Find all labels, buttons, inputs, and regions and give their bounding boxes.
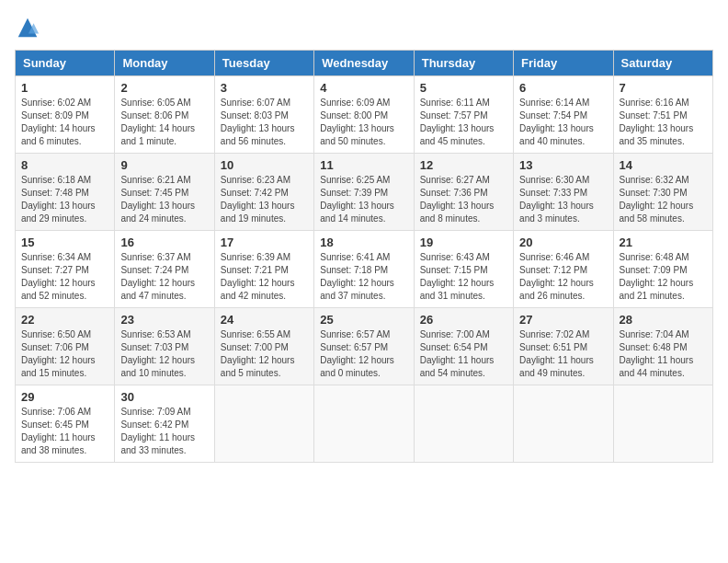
- day-number: 7: [620, 81, 707, 95]
- day-info: Sunrise: 6:43 AMSunset: 7:15 PMDaylight:…: [420, 251, 507, 303]
- day-info: Sunrise: 6:07 AMSunset: 8:03 PMDaylight:…: [221, 97, 308, 148]
- calendar-cell: [314, 385, 414, 463]
- calendar-week-4: 22 Sunrise: 6:50 AMSunset: 7:06 PMDaylig…: [16, 308, 713, 385]
- day-info: Sunrise: 7:06 AMSunset: 6:45 PMDaylight:…: [21, 406, 108, 457]
- calendar-cell: 5 Sunrise: 6:11 AMSunset: 7:57 PMDayligh…: [414, 76, 513, 154]
- calendar-cell: 13 Sunrise: 6:30 AMSunset: 7:33 PMDaylig…: [514, 154, 613, 231]
- day-info: Sunrise: 6:30 AMSunset: 7:33 PMDaylight:…: [519, 174, 607, 225]
- day-number: 9: [120, 158, 208, 172]
- day-header-sunday: Sunday: [16, 51, 115, 76]
- calendar-week-1: 1 Sunrise: 6:02 AMSunset: 8:09 PMDayligh…: [16, 76, 713, 154]
- day-number: 6: [519, 81, 607, 95]
- day-info: Sunrise: 6:37 AMSunset: 7:24 PMDaylight:…: [120, 251, 208, 303]
- calendar-cell: [613, 385, 712, 463]
- day-header-friday: Friday: [514, 51, 613, 76]
- day-info: Sunrise: 6:18 AMSunset: 7:48 PMDaylight:…: [21, 174, 108, 225]
- logo: [15, 15, 44, 40]
- day-info: Sunrise: 6:34 AMSunset: 7:27 PMDaylight:…: [21, 251, 108, 303]
- calendar-cell: 16 Sunrise: 6:37 AMSunset: 7:24 PMDaylig…: [115, 231, 214, 308]
- day-number: 13: [519, 158, 607, 172]
- calendar-cell: 9 Sunrise: 6:21 AMSunset: 7:45 PMDayligh…: [115, 154, 214, 231]
- calendar-cell: 23 Sunrise: 6:53 AMSunset: 7:03 PMDaylig…: [115, 308, 214, 385]
- calendar-cell: 22 Sunrise: 6:50 AMSunset: 7:06 PMDaylig…: [16, 308, 115, 385]
- calendar-cell: 15 Sunrise: 6:34 AMSunset: 7:27 PMDaylig…: [16, 231, 115, 308]
- day-info: Sunrise: 7:00 AMSunset: 6:54 PMDaylight:…: [420, 328, 507, 380]
- calendar-cell: 14 Sunrise: 6:32 AMSunset: 7:30 PMDaylig…: [613, 154, 712, 231]
- calendar-cell: 10 Sunrise: 6:23 AMSunset: 7:42 PMDaylig…: [214, 154, 313, 231]
- day-number: 18: [320, 236, 407, 249]
- day-info: Sunrise: 6:25 AMSunset: 7:39 PMDaylight:…: [320, 174, 407, 225]
- day-number: 27: [519, 313, 607, 327]
- day-info: Sunrise: 6:50 AMSunset: 7:06 PMDaylight:…: [21, 328, 108, 380]
- calendar-cell: 4 Sunrise: 6:09 AMSunset: 8:00 PMDayligh…: [314, 76, 414, 154]
- calendar-cell: 8 Sunrise: 6:18 AMSunset: 7:48 PMDayligh…: [16, 154, 115, 231]
- calendar-cell: 2 Sunrise: 6:05 AMSunset: 8:06 PMDayligh…: [115, 76, 214, 154]
- day-info: Sunrise: 7:02 AMSunset: 6:51 PMDaylight:…: [519, 328, 607, 380]
- calendar-cell: 3 Sunrise: 6:07 AMSunset: 8:03 PMDayligh…: [214, 76, 313, 154]
- day-number: 11: [320, 158, 407, 172]
- day-number: 23: [120, 313, 208, 327]
- day-number: 10: [221, 158, 308, 172]
- calendar-week-2: 8 Sunrise: 6:18 AMSunset: 7:48 PMDayligh…: [16, 154, 713, 231]
- calendar-cell: 26 Sunrise: 7:00 AMSunset: 6:54 PMDaylig…: [414, 308, 513, 385]
- day-number: 8: [21, 158, 108, 172]
- day-info: Sunrise: 6:55 AMSunset: 7:00 PMDaylight:…: [221, 328, 308, 380]
- day-number: 24: [221, 313, 308, 327]
- calendar-cell: 19 Sunrise: 6:43 AMSunset: 7:15 PMDaylig…: [414, 231, 513, 308]
- calendar-cell: 20 Sunrise: 6:46 AMSunset: 7:12 PMDaylig…: [514, 231, 613, 308]
- day-info: Sunrise: 6:23 AMSunset: 7:42 PMDaylight:…: [221, 174, 308, 225]
- calendar-cell: 24 Sunrise: 6:55 AMSunset: 7:00 PMDaylig…: [214, 308, 313, 385]
- day-number: 5: [420, 81, 507, 95]
- day-header-thursday: Thursday: [414, 51, 513, 76]
- day-info: Sunrise: 6:05 AMSunset: 8:06 PMDaylight:…: [120, 97, 208, 148]
- day-info: Sunrise: 6:16 AMSunset: 7:51 PMDaylight:…: [620, 97, 707, 148]
- calendar-cell: 12 Sunrise: 6:27 AMSunset: 7:36 PMDaylig…: [414, 154, 513, 231]
- day-number: 19: [420, 236, 507, 249]
- day-number: 30: [120, 390, 208, 404]
- day-info: Sunrise: 7:09 AMSunset: 6:42 PMDaylight:…: [120, 406, 208, 457]
- day-info: Sunrise: 6:41 AMSunset: 7:18 PMDaylight:…: [320, 251, 407, 303]
- calendar-week-5: 29 Sunrise: 7:06 AMSunset: 6:45 PMDaylig…: [16, 385, 713, 463]
- day-info: Sunrise: 6:11 AMSunset: 7:57 PMDaylight:…: [420, 97, 507, 148]
- calendar-cell: 1 Sunrise: 6:02 AMSunset: 8:09 PMDayligh…: [16, 76, 115, 154]
- calendar-table: SundayMondayTuesdayWednesdayThursdayFrid…: [15, 50, 713, 463]
- calendar-cell: 30 Sunrise: 7:09 AMSunset: 6:42 PMDaylig…: [115, 385, 214, 463]
- day-number: 20: [519, 236, 607, 249]
- calendar-cell: 18 Sunrise: 6:41 AMSunset: 7:18 PMDaylig…: [314, 231, 414, 308]
- day-info: Sunrise: 6:32 AMSunset: 7:30 PMDaylight:…: [620, 174, 707, 225]
- day-number: 15: [21, 236, 108, 249]
- calendar-cell: 21 Sunrise: 6:48 AMSunset: 7:09 PMDaylig…: [613, 231, 712, 308]
- day-info: Sunrise: 7:04 AMSunset: 6:48 PMDaylight:…: [620, 328, 707, 380]
- calendar-cell: 11 Sunrise: 6:25 AMSunset: 7:39 PMDaylig…: [314, 154, 414, 231]
- logo-icon: [15, 15, 40, 40]
- day-header-tuesday: Tuesday: [214, 51, 313, 76]
- day-number: 25: [320, 313, 407, 327]
- day-header-saturday: Saturday: [613, 51, 712, 76]
- day-number: 2: [120, 81, 208, 95]
- calendar-cell: 29 Sunrise: 7:06 AMSunset: 6:45 PMDaylig…: [16, 385, 115, 463]
- calendar-cell: 17 Sunrise: 6:39 AMSunset: 7:21 PMDaylig…: [214, 231, 313, 308]
- calendar-cell: [214, 385, 313, 463]
- day-number: 29: [21, 390, 108, 404]
- day-number: 28: [620, 313, 707, 327]
- day-info: Sunrise: 6:27 AMSunset: 7:36 PMDaylight:…: [420, 174, 507, 225]
- day-number: 17: [221, 236, 308, 249]
- calendar-cell: 7 Sunrise: 6:16 AMSunset: 7:51 PMDayligh…: [613, 76, 712, 154]
- day-info: Sunrise: 6:09 AMSunset: 8:00 PMDaylight:…: [320, 97, 407, 148]
- day-info: Sunrise: 6:14 AMSunset: 7:54 PMDaylight:…: [519, 97, 607, 148]
- calendar-cell: 27 Sunrise: 7:02 AMSunset: 6:51 PMDaylig…: [514, 308, 613, 385]
- day-number: 1: [21, 81, 108, 95]
- day-info: Sunrise: 6:48 AMSunset: 7:09 PMDaylight:…: [620, 251, 707, 303]
- calendar-cell: 28 Sunrise: 7:04 AMSunset: 6:48 PMDaylig…: [613, 308, 712, 385]
- calendar-cell: 25 Sunrise: 6:57 AMSunset: 6:57 PMDaylig…: [314, 308, 414, 385]
- day-number: 12: [420, 158, 507, 172]
- day-info: Sunrise: 6:39 AMSunset: 7:21 PMDaylight:…: [221, 251, 308, 303]
- day-number: 3: [221, 81, 308, 95]
- calendar-cell: [414, 385, 513, 463]
- page-header: [15, 15, 713, 40]
- calendar-cell: [514, 385, 613, 463]
- day-number: 22: [21, 313, 108, 327]
- day-number: 21: [620, 236, 707, 249]
- day-number: 4: [320, 81, 407, 95]
- day-info: Sunrise: 6:02 AMSunset: 8:09 PMDaylight:…: [21, 97, 108, 148]
